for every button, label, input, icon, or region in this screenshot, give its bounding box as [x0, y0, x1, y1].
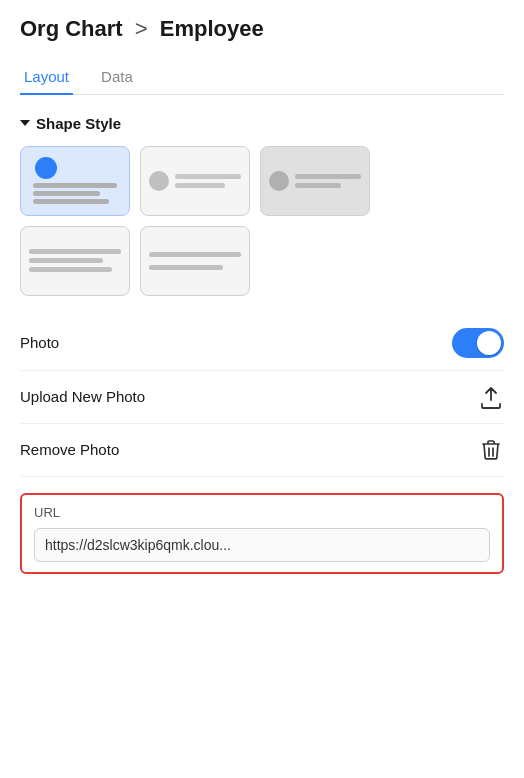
- line-1: [33, 183, 117, 188]
- upload-icon: [478, 383, 504, 411]
- shape-option-4[interactable]: [20, 226, 130, 296]
- breadcrumb-separator: >: [135, 16, 148, 41]
- shape-row-2: [20, 226, 504, 296]
- remove-photo-row[interactable]: Remove Photo: [20, 424, 504, 477]
- tab-bar: Layout Data: [20, 60, 504, 95]
- shape-style-section-header: Shape Style: [20, 115, 504, 132]
- avatar-icon: [149, 171, 169, 191]
- line-3: [29, 267, 112, 272]
- shape-option-3[interactable]: [260, 146, 370, 216]
- line-2: [149, 265, 223, 270]
- shape-style-title: Shape Style: [36, 115, 121, 132]
- line-2: [175, 183, 225, 188]
- toggle-track: [452, 328, 504, 358]
- url-section: URL: [20, 493, 504, 574]
- shape-option-5[interactable]: [140, 226, 250, 296]
- shape-option-2[interactable]: [140, 146, 250, 216]
- breadcrumb-child: Employee: [160, 16, 264, 41]
- photo-label: Photo: [20, 334, 59, 351]
- remove-photo-label: Remove Photo: [20, 441, 119, 458]
- tab-layout[interactable]: Layout: [20, 60, 73, 95]
- chevron-down-icon[interactable]: [20, 120, 30, 126]
- avatar-icon: [35, 157, 57, 179]
- lines-group: [29, 183, 121, 204]
- avatar-icon: [269, 171, 289, 191]
- line-2: [33, 191, 100, 196]
- upload-photo-row[interactable]: Upload New Photo: [20, 371, 504, 424]
- lines-group: [295, 174, 361, 188]
- url-input[interactable]: [34, 528, 490, 562]
- photo-toggle[interactable]: [452, 328, 504, 358]
- photo-setting-row: Photo: [20, 316, 504, 371]
- line-3: [33, 199, 109, 204]
- toggle-thumb: [477, 331, 501, 355]
- line-1: [295, 174, 361, 179]
- shape-option-1[interactable]: [20, 146, 130, 216]
- lines-group: [29, 249, 121, 272]
- lines-group: [149, 252, 241, 270]
- shape-style-grid: [20, 146, 504, 296]
- shape-row-1: [20, 146, 504, 216]
- lines-group: [175, 174, 241, 188]
- breadcrumb: Org Chart > Employee: [20, 16, 504, 42]
- tab-data[interactable]: Data: [97, 60, 137, 95]
- breadcrumb-parent[interactable]: Org Chart: [20, 16, 123, 41]
- trash-icon: [478, 436, 504, 464]
- line-1: [175, 174, 241, 179]
- line-1: [29, 249, 121, 254]
- line-2: [29, 258, 103, 263]
- url-label: URL: [34, 505, 490, 520]
- upload-photo-label: Upload New Photo: [20, 388, 145, 405]
- line-1: [149, 252, 241, 257]
- line-2: [295, 183, 341, 188]
